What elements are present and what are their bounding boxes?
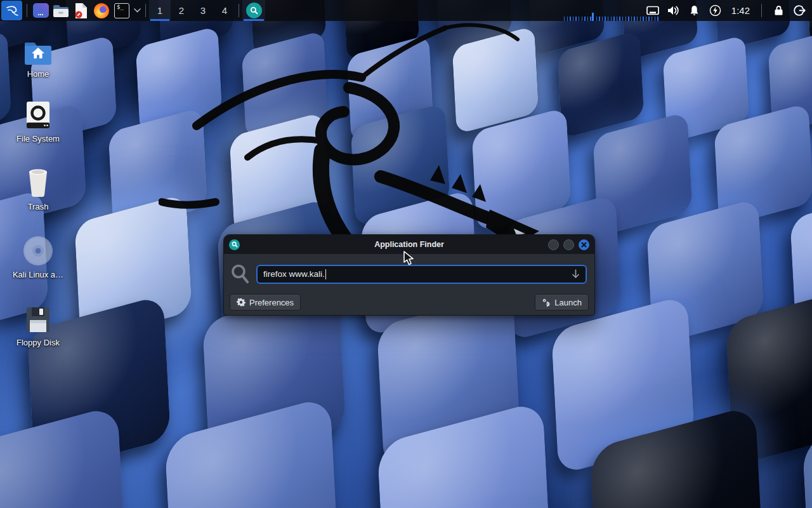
applications-menu-button[interactable]: [1, 1, 22, 20]
desktop-icon-label: Floppy Disk: [16, 338, 60, 347]
launcher-file-manager[interactable]: [51, 1, 71, 20]
preferences-button-label: Preferences: [249, 298, 294, 307]
workspace-1-label: 1: [157, 5, 162, 16]
launcher-text-editor[interactable]: [71, 1, 91, 20]
network-icon: [646, 6, 659, 16]
workspace-3-label: 3: [200, 5, 206, 16]
chevron-down-icon: [134, 8, 141, 13]
desktop-icon-label: File System: [16, 134, 60, 144]
minimize-button[interactable]: [548, 239, 559, 250]
launcher-window-app[interactable]: [30, 1, 51, 20]
workspace-4[interactable]: 4: [214, 0, 235, 21]
wallpaper-glitch-sparkline: [564, 17, 659, 21]
taskbar-application-finder[interactable]: [242, 0, 265, 21]
volume-tray-button[interactable]: [666, 3, 681, 18]
text-caret: [325, 269, 327, 279]
terminal-icon: $_: [114, 3, 129, 18]
document-edit-icon: [74, 3, 88, 19]
mouse-cursor: [402, 251, 416, 266]
launcher-firefox[interactable]: [91, 1, 112, 20]
launch-gears-icon: [542, 298, 551, 307]
desktop-icon-home[interactable]: Home: [8, 34, 69, 79]
power-manager-tray-button[interactable]: [708, 3, 723, 18]
launch-button-label: Launch: [554, 298, 582, 307]
workspace-4-label: 4: [222, 5, 227, 16]
application-finder-window-icon: [229, 239, 240, 250]
volume-icon: [667, 5, 680, 16]
panel-separator: [145, 4, 146, 17]
workspace-3[interactable]: 3: [192, 0, 214, 21]
search-icon: [232, 241, 238, 248]
system-tray: 1:42: [645, 3, 812, 18]
launch-button[interactable]: Launch: [535, 294, 589, 311]
workspace-1[interactable]: 1: [149, 0, 171, 21]
notifications-bell-icon: [689, 5, 700, 16]
application-finder-task-icon: [246, 3, 262, 18]
panel-separator: [239, 4, 239, 17]
launcher-dropdown-button[interactable]: [132, 1, 142, 20]
application-finder-window: Application Finder firefox www.kali.: [223, 234, 595, 316]
close-button[interactable]: [579, 239, 589, 250]
desktop-icon-label: Home: [27, 69, 49, 79]
power-manager-icon: [709, 4, 721, 17]
desktop-icon-file-system[interactable]: File System: [8, 99, 69, 144]
search-icon: [250, 6, 258, 15]
hard-drive-icon: [24, 100, 52, 130]
desktop-icon-label: Kali Linux a…: [13, 270, 63, 279]
panel-separator: [27, 4, 27, 17]
terminal-prompt-glyph: $_: [117, 4, 124, 10]
wallpaper-cube: [0, 404, 127, 508]
notifications-tray-button[interactable]: [687, 3, 702, 18]
workspace-2[interactable]: 2: [171, 0, 192, 21]
window-title: Application Finder: [224, 240, 594, 249]
kali-logo-icon: [4, 3, 20, 18]
top-panel: $_ 1 2 3 4: [0, 0, 812, 21]
panel-clock[interactable]: 1:42: [729, 5, 752, 16]
desktop-icon-floppy-disk[interactable]: Floppy Disk: [8, 303, 69, 347]
launcher-terminal[interactable]: $_: [112, 1, 132, 20]
search-icon: [230, 264, 249, 284]
window-icon: [33, 3, 49, 18]
trash-can-icon: [25, 168, 51, 197]
desktop-icon-label: Trash: [28, 202, 49, 211]
network-tray-button[interactable]: [645, 3, 660, 18]
disc-icon: [23, 236, 53, 265]
home-folder-icon: [23, 41, 53, 65]
desktop-icon-trash[interactable]: Trash: [8, 167, 69, 211]
floppy-disk-icon: [25, 306, 51, 333]
preferences-button[interactable]: Preferences: [230, 294, 301, 311]
history-dropdown-button[interactable]: [572, 269, 580, 279]
lock-icon: [774, 5, 783, 16]
arrow-down-icon: [572, 269, 580, 279]
close-icon: [581, 242, 587, 248]
gear-icon: [237, 298, 246, 307]
logout-button[interactable]: [792, 3, 807, 18]
maximize-button[interactable]: [563, 239, 574, 250]
folder-icon: [53, 4, 69, 18]
search-input[interactable]: firefox www.kali.: [256, 265, 587, 284]
logout-icon: [794, 4, 806, 17]
lock-screen-button[interactable]: [771, 3, 786, 18]
desktop-icon-kali-linux[interactable]: Kali Linux a…: [8, 235, 69, 279]
search-input-value: firefox www.kali.: [263, 269, 325, 279]
workspace-2-label: 2: [179, 5, 184, 16]
panel-separator: [761, 4, 762, 17]
firefox-icon: [94, 3, 109, 18]
